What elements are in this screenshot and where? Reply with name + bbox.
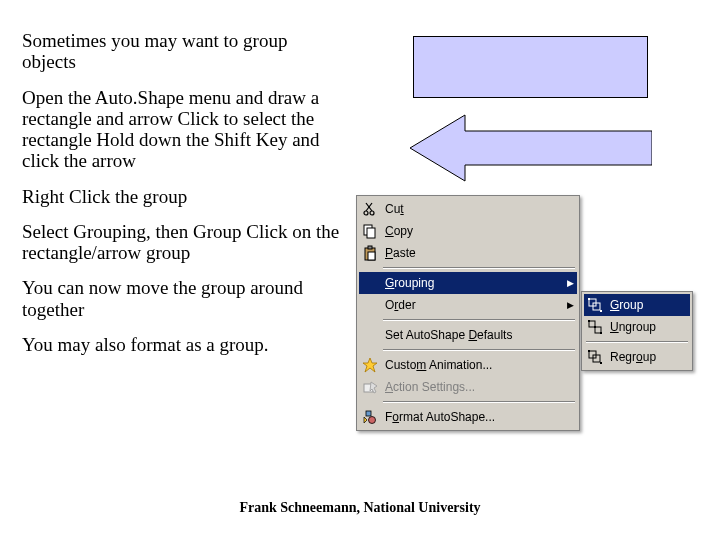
cut-icon — [359, 198, 381, 220]
menu-item-grouping[interactable]: Grouping ▶ — [359, 272, 577, 294]
menu-item-paste[interactable]: Paste — [359, 242, 577, 264]
svg-rect-12 — [366, 411, 371, 416]
svg-marker-0 — [410, 115, 652, 181]
sample-rectangle-shape[interactable] — [413, 36, 648, 98]
svg-rect-25 — [588, 350, 590, 352]
menu-label: Action Settings... — [381, 380, 577, 394]
regroup-icon — [584, 346, 606, 368]
menu-label: Paste — [381, 246, 577, 260]
paste-icon — [359, 242, 381, 264]
copy-icon — [359, 220, 381, 242]
menu-label: Custom Animation... — [381, 358, 577, 372]
action-icon — [359, 376, 381, 398]
instruction-p2: Open the Auto.Shape menu and draw a rect… — [22, 87, 342, 172]
menu-separator — [383, 319, 575, 321]
instruction-p5: You can now move the group around togeth… — [22, 277, 342, 320]
svg-point-4 — [370, 211, 374, 215]
submenu-label: Group — [606, 298, 690, 312]
svg-rect-8 — [368, 246, 372, 249]
instruction-p4: Select Grouping, then Group Click on the… — [22, 221, 342, 264]
submenu-arrow-icon: ▶ — [563, 300, 577, 310]
menu-item-order[interactable]: Order ▶ — [359, 294, 577, 316]
instruction-p1: Sometimes you may want to group objects — [22, 30, 342, 73]
submenu-arrow-icon: ▶ — [563, 278, 577, 288]
svg-rect-16 — [588, 298, 590, 300]
submenu-label: Ungroup — [606, 320, 690, 334]
menu-item-copy[interactable]: Copy — [359, 220, 577, 242]
svg-rect-9 — [368, 252, 375, 260]
svg-rect-17 — [600, 310, 602, 312]
menu-label: Set AutoShape Defaults — [381, 328, 577, 342]
anim-icon — [359, 354, 381, 376]
submenu-item-regroup[interactable]: Regroup — [584, 346, 690, 368]
blank-icon — [359, 272, 381, 294]
blank-icon — [359, 324, 381, 346]
menu-label: Copy — [381, 224, 577, 238]
menu-label: Format AutoShape... — [381, 410, 577, 424]
instruction-p6: You may also format as a group. — [22, 334, 342, 355]
instructions-text: Sometimes you may want to group objects … — [22, 30, 342, 369]
svg-point-3 — [364, 211, 368, 215]
menu-label: Grouping — [381, 276, 563, 290]
menu-item-set-autoshape-defaults[interactable]: Set AutoShape Defaults — [359, 324, 577, 346]
submenu-item-ungroup[interactable]: Ungroup — [584, 316, 690, 338]
menu-label: Order — [381, 298, 563, 312]
svg-rect-6 — [367, 228, 375, 238]
svg-point-13 — [369, 417, 376, 424]
menu-item-custom-animation[interactable]: Custom Animation... — [359, 354, 577, 376]
group-icon — [584, 294, 606, 316]
svg-marker-10 — [363, 358, 377, 372]
menu-separator — [383, 349, 575, 351]
submenu-item-group[interactable]: Group — [584, 294, 690, 316]
menu-separator — [383, 401, 575, 403]
submenu-label: Regroup — [606, 350, 690, 364]
format-icon — [359, 406, 381, 428]
blank-icon — [359, 294, 381, 316]
menu-separator — [586, 341, 688, 343]
menu-separator — [383, 267, 575, 269]
menu-item-cut[interactable]: Cut — [359, 198, 577, 220]
svg-rect-21 — [594, 326, 596, 328]
grouping-submenu: Group Ungroup Regroup — [581, 291, 693, 371]
context-menu: Cut Copy Paste Grouping ▶ Order ▶ — [356, 195, 580, 431]
menu-item-action-settings: Action Settings... — [359, 376, 577, 398]
sample-arrow-shape[interactable] — [410, 113, 652, 183]
footer-text: Frank Schneemann, National University — [0, 500, 720, 516]
instruction-p3: Right Click the group — [22, 186, 342, 207]
menu-item-format-autoshape[interactable]: Format AutoShape... — [359, 406, 577, 428]
svg-rect-22 — [600, 332, 602, 334]
menu-label: Cut — [381, 202, 577, 216]
svg-rect-26 — [600, 362, 602, 364]
svg-rect-20 — [588, 320, 590, 322]
ungroup-icon — [584, 316, 606, 338]
